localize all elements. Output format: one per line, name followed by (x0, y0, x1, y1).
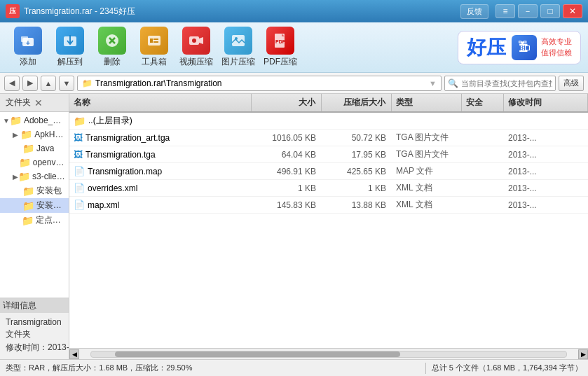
file-mtime: 2013-... (504, 198, 588, 212)
scroll-left-button[interactable]: ◀ (69, 349, 79, 359)
col-type-header[interactable]: 类型 (392, 94, 462, 111)
expand-arrow: ▶ (13, 173, 18, 181)
titlebar: 压 Transmigration.rar - 2345好压 反馈 ≡ － □ ✕ (0, 0, 588, 22)
details-type: 文件夹 (6, 328, 69, 340)
folder-icon: 📁 (22, 200, 34, 211)
details-modified: 修改时间：2013-03-11 20:54:37 (6, 342, 69, 354)
search-box: 🔍 (444, 76, 556, 91)
sidebar-item-openvpn[interactable]: 📁 openvpn(1)(1) (0, 155, 69, 169)
statusbar: 类型：RAR，解压后大小：1.68 MB，压缩比：29.50% 总计 5 个文件… (0, 359, 588, 376)
svg-point-13 (192, 39, 196, 43)
forward-button[interactable]: ▶ (22, 76, 38, 91)
image-button[interactable]: 图片压缩 (217, 24, 259, 71)
maximize-button[interactable]: □ (540, 4, 560, 18)
add-button[interactable]: + 添加 (7, 24, 49, 71)
file-csize: 13.88 KB (322, 198, 392, 212)
add-label: 添加 (20, 56, 36, 68)
dropdown-button[interactable]: ▼ (59, 76, 74, 91)
table-row[interactable]: 📄Transmigration.map 496.91 KB 425.65 KB … (69, 163, 588, 180)
window-controls: ≡ － □ ✕ (495, 4, 582, 18)
file-type (392, 119, 462, 123)
sidebar-item-anzhuangbao1[interactable]: 📁 安装包1 (0, 198, 69, 213)
back-button[interactable]: ◀ (4, 76, 20, 91)
search-input[interactable] (461, 79, 552, 88)
folder-icon: 📁 (20, 129, 32, 140)
file-mtime: 2013-... (504, 131, 588, 145)
sidebar-item-s3client[interactable]: ▶ 📁 s3-client-lastest (0, 169, 69, 183)
scroll-track (90, 351, 567, 358)
sidebar-item-label: 定点积分 (36, 214, 66, 226)
folder-icon: 📁 (10, 115, 22, 126)
sidebar-item-java[interactable]: 📁 Java (0, 141, 69, 155)
address-path[interactable]: 📁 Transmigration.rar\Transmigration ▼ (77, 76, 442, 91)
brand-icon: 🗜 (512, 35, 537, 60)
details-header: 详细信息 ▼ (0, 298, 69, 313)
col-name-header[interactable]: 名称 (69, 94, 252, 111)
sidebar-close-button[interactable]: ✕ (34, 97, 63, 109)
details-panel: 详细信息 ▼ Transmigration 文件夹 修改时间：2013-03-1… (0, 298, 69, 359)
brand-area: 好压 🗜 高效专业 值得信赖 (458, 31, 581, 64)
feedback-button[interactable]: 反馈 (460, 4, 488, 19)
file-csize: 50.72 KB (322, 131, 392, 145)
horizontal-scrollbar[interactable]: ◀ ▶ (69, 348, 588, 359)
brand-tagline: 高效专业 值得信赖 (541, 36, 572, 58)
sidebar-item-label: Java (36, 144, 54, 153)
file-size: 1016.05 KB (252, 131, 322, 145)
file-type: TGA 图片文件 (392, 146, 462, 162)
table-row[interactable]: 📄overrides.xml 1 KB 1 KB XML 文档 2013-... (69, 180, 588, 197)
scroll-thumb[interactable] (115, 351, 400, 357)
sidebar: 文件夹 ✕ ▼ 📁 Adobe_Photoshop_... ▶ 📁 ApkHel… (0, 94, 69, 359)
image-icon (224, 27, 252, 55)
video-button[interactable]: 视频压缩 (175, 24, 217, 71)
pdf-label: PDF压缩 (264, 56, 297, 68)
titlebar-title: Transmigration.rar - 2345好压 (24, 6, 460, 18)
filelist-header: 名称 大小 压缩后大小 类型 安全 修改时间 (69, 94, 588, 113)
folder-icon: 📁 (22, 186, 34, 197)
tools-label: 工具箱 (142, 56, 167, 68)
col-size-header[interactable]: 大小 (252, 94, 322, 111)
sidebar-item-label: 安装包 (36, 185, 62, 197)
sidebar-item-apkhelper[interactable]: ▶ 📁 ApkHelper (0, 127, 69, 141)
scroll-right-button[interactable]: ▶ (578, 349, 588, 359)
col-mtime-header[interactable]: 修改时间 (504, 94, 588, 111)
folder-icon: 📁 (82, 78, 93, 88)
pdf-button[interactable]: PDF PDF压缩 (259, 24, 301, 71)
file-size: 496.91 KB (252, 165, 322, 179)
tools-button[interactable]: 工具箱 (133, 24, 175, 71)
file-csize (322, 119, 392, 123)
file-mtime: 2013-... (504, 148, 588, 162)
file-name: 📄Transmigration.map (69, 164, 252, 179)
file-mtime: 2013-... (504, 165, 588, 179)
menu-button[interactable]: ≡ (495, 4, 515, 18)
up-button[interactable]: ▲ (41, 76, 56, 91)
file-type: XML 文档 (392, 180, 462, 196)
col-csize-header[interactable]: 压缩后大小 (322, 94, 392, 111)
addressbar: ◀ ▶ ▲ ▼ 📁 Transmigration.rar\Transmigrat… (0, 73, 588, 94)
file-type: XML 文档 (392, 197, 462, 213)
delete-button[interactable]: 删除 (91, 24, 133, 71)
table-row[interactable]: 📁..(上层目录) (69, 113, 588, 130)
pdf-icon: PDF (266, 27, 294, 55)
add-icon: + (14, 27, 42, 55)
sidebar-item-label: s3-client-lastest (32, 172, 66, 181)
close-button[interactable]: ✕ (563, 4, 582, 18)
file-csize: 425.65 KB (322, 165, 392, 179)
details-name: Transmigration (6, 317, 69, 327)
table-row[interactable]: 🖼Transmigration.tga 64.04 KB 17.95 KB TG… (69, 146, 588, 163)
minimize-button[interactable]: － (518, 4, 538, 18)
sidebar-item-dingjianji[interactable]: 📁 定点积分 (0, 213, 69, 228)
file-size: 1 KB (252, 181, 322, 195)
extract-button[interactable]: 解压到 (49, 24, 91, 71)
statusbar-left: 类型：RAR，解压后大小：1.68 MB，压缩比：29.50% (6, 363, 420, 373)
file-name: 📁..(上层目录) (69, 113, 252, 129)
table-row[interactable]: 🖼Transmigration_art.tga 1016.05 KB 50.72… (69, 130, 588, 146)
file-security (462, 169, 504, 174)
delete-label: 删除 (104, 56, 121, 68)
advanced-button[interactable]: 高级 (559, 76, 584, 91)
sidebar-item-anzhuangbao[interactable]: 📁 安装包 (0, 183, 69, 198)
sidebar-item-photoshop[interactable]: ▼ 📁 Adobe_Photoshop_... (0, 113, 69, 127)
file-name: 📄map.xml (69, 197, 252, 212)
col-sec-header[interactable]: 安全 (462, 94, 504, 111)
svg-rect-10 (153, 39, 158, 40)
table-row[interactable]: 📄map.xml 145.83 KB 13.88 KB XML 文档 2013-… (69, 197, 588, 214)
